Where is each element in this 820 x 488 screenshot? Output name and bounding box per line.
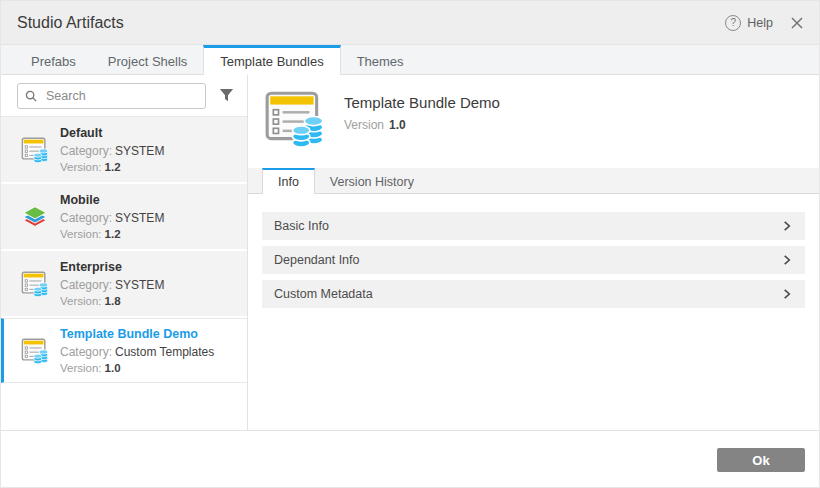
search-icon [25,89,38,107]
detail-title: Template Bundle Demo [344,94,500,111]
sidebar: Default Category:SYSTEM Version:1.2 Mobi… [1,75,248,430]
tab-prefabs[interactable]: Prefabs [15,45,92,74]
main-tab-bar: Prefabs Project Shells Template Bundles … [1,45,819,75]
item-text: Template Bundle Demo Category:Custom Tem… [60,327,214,374]
item-title: Enterprise [60,260,164,274]
chevron-right-icon [781,220,793,232]
bundle-icon [20,336,50,366]
item-text: Enterprise Category:SYSTEM Version:1.8 [60,260,164,307]
category-label: Category: [60,278,112,292]
item-title: Mobile [60,193,164,207]
version-value: 1.0 [105,362,121,374]
dialog-title: Studio Artifacts [17,14,124,32]
titlebar: Studio Artifacts Help [1,1,819,45]
version-label: Version: [60,228,102,240]
detail-version-value: 1.0 [389,118,406,132]
category-value: SYSTEM [115,211,164,225]
accordion-label: Dependant Info [274,253,360,267]
bundle-icon-large [262,86,328,152]
accordion-label: Custom Metadata [274,287,373,301]
filter-icon[interactable] [216,86,237,105]
item-text: Default Category:SYSTEM Version:1.2 [60,126,164,173]
dialog-body: Default Category:SYSTEM Version:1.2 Mobi… [1,75,819,430]
category-value: SYSTEM [115,278,164,292]
version-label: Version: [60,161,102,173]
detail-tab-bar: Info Version History [248,168,819,194]
tab-themes[interactable]: Themes [341,45,420,74]
version-value: 1.2 [105,161,121,173]
artifact-list: Default Category:SYSTEM Version:1.2 Mobi… [1,117,247,430]
list-item-template-bundle-demo[interactable]: Template Bundle Demo Category:Custom Tem… [1,318,247,383]
layers-icon [20,202,50,232]
list-item-enterprise[interactable]: Enterprise Category:SYSTEM Version:1.8 [1,251,247,316]
detail-header: Template Bundle Demo Version1.0 [248,75,819,168]
bundle-icon [20,269,50,299]
version-label: Version: [60,362,102,374]
chevron-right-icon [781,254,793,266]
detail-titleblock: Template Bundle Demo Version1.0 [344,86,500,168]
help-icon [725,15,741,31]
chevron-right-icon [781,288,793,300]
category-label: Category: [60,144,112,158]
tab-project-shells[interactable]: Project Shells [92,45,203,74]
accordion-custom-metadata[interactable]: Custom Metadata [262,280,805,308]
dialog-footer: Ok [1,430,819,487]
search-input[interactable] [17,83,206,109]
version-value: 1.8 [105,295,121,307]
help-button[interactable]: Help [725,15,773,31]
titlebar-actions: Help [725,15,805,31]
detail-version-label: Version [344,118,384,132]
item-title: Default [60,126,164,140]
close-icon[interactable] [789,15,805,31]
tab-template-bundles[interactable]: Template Bundles [203,45,340,75]
tab-info[interactable]: Info [262,168,315,194]
category-value: Custom Templates [115,345,214,359]
detail-panel: Template Bundle Demo Version1.0 Info Ver… [248,75,819,430]
accordion-basic-info[interactable]: Basic Info [262,212,805,240]
item-title: Template Bundle Demo [60,327,214,341]
category-label: Category: [60,211,112,225]
help-label: Help [747,16,773,30]
detail-version: Version1.0 [344,118,500,132]
bundle-icon [20,135,50,165]
category-label: Category: [60,345,112,359]
list-item-mobile[interactable]: Mobile Category:SYSTEM Version:1.2 [1,184,247,249]
search-wrap [17,83,206,109]
search-row [1,75,247,117]
ok-button[interactable]: Ok [717,448,805,472]
studio-artifacts-dialog: Studio Artifacts Help Prefabs Project Sh… [0,0,820,488]
version-label: Version: [60,295,102,307]
list-item-default[interactable]: Default Category:SYSTEM Version:1.2 [1,117,247,182]
info-sections: Basic Info Dependant Info Custom Metadat… [248,194,819,430]
version-value: 1.2 [105,228,121,240]
accordion-label: Basic Info [274,219,329,233]
accordion-dependant-info[interactable]: Dependant Info [262,246,805,274]
tab-version-history[interactable]: Version History [315,168,429,193]
category-value: SYSTEM [115,144,164,158]
item-text: Mobile Category:SYSTEM Version:1.2 [60,193,164,240]
